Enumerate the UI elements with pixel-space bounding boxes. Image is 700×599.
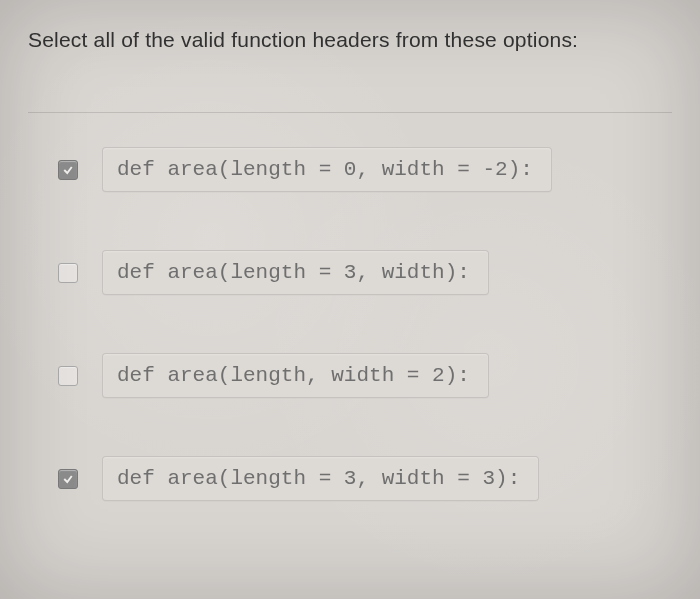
option-row: def area(length = 3, width = 3): [58,456,672,501]
divider [28,112,672,113]
option-row: def area(length = 0, width = -2): [58,147,672,192]
option-row: def area(length, width = 2): [58,353,672,398]
code-option: def area(length, width = 2): [102,353,489,398]
checkbox[interactable] [58,469,78,489]
checkbox[interactable] [58,263,78,283]
options-list: def area(length = 0, width = -2): def ar… [28,147,672,501]
question-container: Select all of the valid function headers… [0,0,700,501]
checkmark-icon [62,164,74,176]
code-option: def area(length = 3, width = 3): [102,456,539,501]
question-prompt: Select all of the valid function headers… [28,28,672,52]
checkbox[interactable] [58,160,78,180]
code-option: def area(length = 0, width = -2): [102,147,552,192]
code-option: def area(length = 3, width): [102,250,489,295]
option-row: def area(length = 3, width): [58,250,672,295]
checkbox[interactable] [58,366,78,386]
checkmark-icon [62,473,74,485]
